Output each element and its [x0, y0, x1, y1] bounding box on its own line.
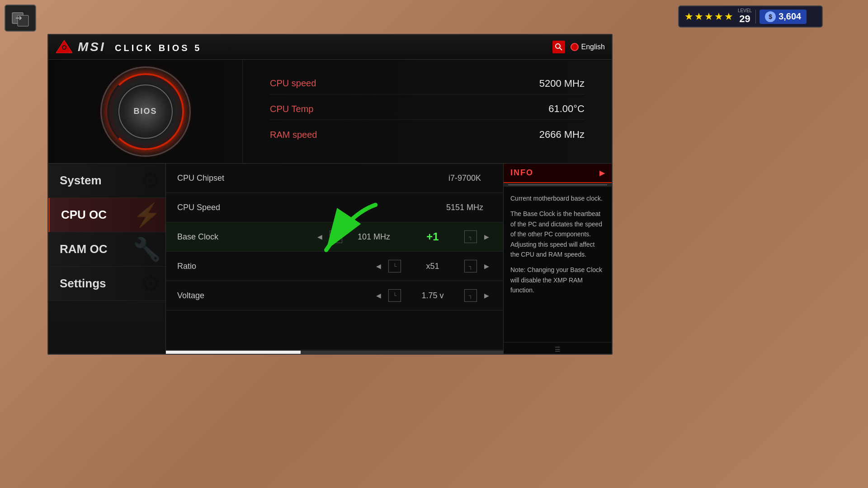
- score-divider: [755, 10, 756, 23]
- cpu-speed-label: CPU speed: [270, 78, 316, 89]
- bios-hero-section: BIOS CPU speed 5200 MHz CPU Temp 61.00°C…: [48, 60, 612, 164]
- base-clock-decrement[interactable]: ◀: [315, 231, 325, 242]
- sidebar-settings-icon: ⚙: [141, 271, 161, 297]
- bios-content-area: CPU Chipset i7-9700K CPU Speed 5151 MHz …: [166, 164, 503, 355]
- content-scrollbar[interactable]: [166, 349, 503, 355]
- svg-point-5: [63, 46, 66, 49]
- bios-header: msi CLICK BIOS 5 English: [48, 35, 612, 60]
- table-row: Ratio ◀ └ x51 ┐ ▶: [166, 252, 503, 281]
- base-clock-left-bracket: └: [330, 230, 342, 243]
- ratio-controls: ◀ └ x51 ┐ ▶: [259, 260, 492, 272]
- star-rating: ★★★★★: [684, 11, 734, 23]
- cpu-chipset-value: i7-9700K: [438, 174, 492, 183]
- info-footer-icon: ☰: [555, 346, 561, 353]
- score-amount: $ 3,604: [760, 9, 807, 24]
- language-indicator: [571, 43, 579, 51]
- ratio-left-bracket: └: [388, 260, 401, 272]
- ratio-label: Ratio: [177, 262, 259, 271]
- bios-sidebar: System ⚙ CPU OC ⚡ RAM OC 🔧 Settings ⚙: [48, 164, 166, 355]
- bios-title-text: CLICK BIOS 5: [115, 43, 202, 53]
- language-selector[interactable]: English: [571, 43, 605, 51]
- voltage-value: 1.75 v: [406, 291, 460, 300]
- bios-stats-section: CPU speed 5200 MHz CPU Temp 61.00°C RAM …: [243, 60, 612, 163]
- sidebar-system-icon: ⚙: [141, 168, 161, 194]
- header-right-controls: English: [552, 41, 605, 53]
- cpu-temp-label: CPU Temp: [270, 104, 313, 114]
- bios-app-title: msi CLICK BIOS 5: [78, 40, 202, 54]
- level-badge: LEVEL 29: [738, 8, 752, 25]
- language-label: English: [581, 43, 605, 51]
- ratio-increment[interactable]: ▶: [481, 261, 492, 272]
- sidebar-settings-label: Settings: [60, 277, 106, 291]
- top-left-app-icon[interactable]: [5, 5, 36, 32]
- ratio-right-bracket: ┐: [464, 260, 477, 272]
- settings-table: CPU Chipset i7-9700K CPU Speed 5151 MHz …: [166, 164, 503, 310]
- ram-speed-row: RAM speed 2666 MHz: [270, 129, 585, 145]
- dial-center: BIOS: [118, 84, 173, 139]
- sidebar-item-settings[interactable]: Settings ⚙: [48, 267, 165, 301]
- currency-icon: $: [765, 11, 776, 22]
- sidebar-system-label: System: [60, 174, 102, 188]
- cpu-chipset-controls: i7-9700K: [259, 174, 492, 183]
- ram-speed-value: 2666 MHz: [539, 129, 585, 141]
- scrollbar-track: [166, 351, 503, 354]
- score-bar: ★★★★★ LEVEL 29 $ 3,604: [678, 5, 823, 28]
- info-divider-line: [508, 184, 607, 185]
- base-clock-label: Base Clock: [177, 232, 259, 242]
- sidebar-item-ram-oc[interactable]: RAM OC 🔧: [48, 232, 165, 267]
- search-button[interactable]: [552, 41, 565, 53]
- ratio-decrement[interactable]: ◀: [373, 261, 384, 272]
- info-text-3: Note: Changing your Base Clock will disa…: [510, 265, 605, 295]
- base-clock-increment[interactable]: ▶: [481, 231, 492, 242]
- cpu-speed-controls: 5151 MHz: [259, 203, 492, 212]
- voltage-left-bracket: └: [388, 289, 401, 302]
- info-panel-body: Current motherboard base clock. The Base…: [504, 187, 612, 342]
- info-panel-header: INFO ▶: [504, 164, 612, 183]
- level-label: LEVEL: [738, 8, 752, 13]
- base-clock-right-bracket: ┐: [464, 230, 477, 243]
- table-row: Voltage ◀ └ 1.75 v ┐ ▶: [166, 281, 503, 310]
- cpu-speed-row-label: CPU Speed: [177, 203, 259, 212]
- base-clock-value: 101 MHz: [347, 232, 401, 242]
- voltage-decrement[interactable]: ◀: [373, 290, 384, 301]
- sidebar-cpu-oc-icon: ⚡: [133, 202, 161, 228]
- bios-main-section: System ⚙ CPU OC ⚡ RAM OC 🔧 Settings ⚙ CP…: [48, 164, 612, 355]
- sidebar-ram-oc-label: RAM OC: [60, 242, 107, 256]
- voltage-right-bracket: ┐: [464, 289, 477, 302]
- cpu-temp-row: CPU Temp 61.00°C: [270, 103, 585, 120]
- voltage-increment[interactable]: ▶: [481, 290, 492, 301]
- svg-rect-1: [18, 15, 28, 26]
- cpu-temp-value: 61.00°C: [548, 103, 585, 115]
- level-value: 29: [739, 13, 750, 25]
- table-row: CPU Speed 5151 MHz: [166, 193, 503, 222]
- sidebar-ram-oc-icon: 🔧: [133, 236, 161, 263]
- cpu-speed-row: CPU speed 5200 MHz: [270, 78, 585, 94]
- table-row: Base Clock ◀ └ 101 MHz +1 ┐ ▶: [166, 222, 503, 252]
- info-text-2: The Base Clock is the heartbeat of the P…: [510, 209, 605, 259]
- cpu-speed-value: 5200 MHz: [539, 78, 585, 89]
- ram-speed-label: RAM speed: [270, 130, 317, 140]
- dial-label: BIOS: [133, 107, 157, 116]
- base-clock-increment-badge: +1: [406, 230, 460, 243]
- info-panel-title: INFO: [510, 168, 533, 178]
- bios-dial-section: BIOS: [48, 60, 243, 163]
- base-clock-controls: ◀ └ 101 MHz +1 ┐ ▶: [259, 230, 492, 243]
- info-panel-arrow-icon: ▶: [599, 169, 605, 177]
- sidebar-item-cpu-oc[interactable]: CPU OC ⚡: [48, 198, 165, 232]
- sidebar-cpu-oc-label: CPU OC: [61, 208, 107, 222]
- bios-dial: BIOS: [100, 66, 191, 157]
- voltage-label: Voltage: [177, 291, 259, 300]
- bios-logo: msi CLICK BIOS 5: [55, 39, 202, 55]
- svg-line-7: [560, 48, 562, 50]
- scrollbar-thumb: [166, 351, 301, 354]
- cpu-chipset-label: CPU Chipset: [177, 174, 259, 183]
- info-separator: [504, 183, 612, 187]
- score-value: 3,604: [778, 11, 801, 22]
- cpu-speed-row-value: 5151 MHz: [438, 203, 492, 212]
- info-text-1: Current motherboard base clock.: [510, 193, 605, 203]
- table-row: CPU Chipset i7-9700K: [166, 164, 503, 193]
- sidebar-item-system[interactable]: System ⚙: [48, 164, 165, 198]
- voltage-controls: ◀ └ 1.75 v ┐ ▶: [259, 289, 492, 302]
- svg-point-6: [556, 44, 560, 48]
- bios-window: msi CLICK BIOS 5 English: [47, 34, 613, 355]
